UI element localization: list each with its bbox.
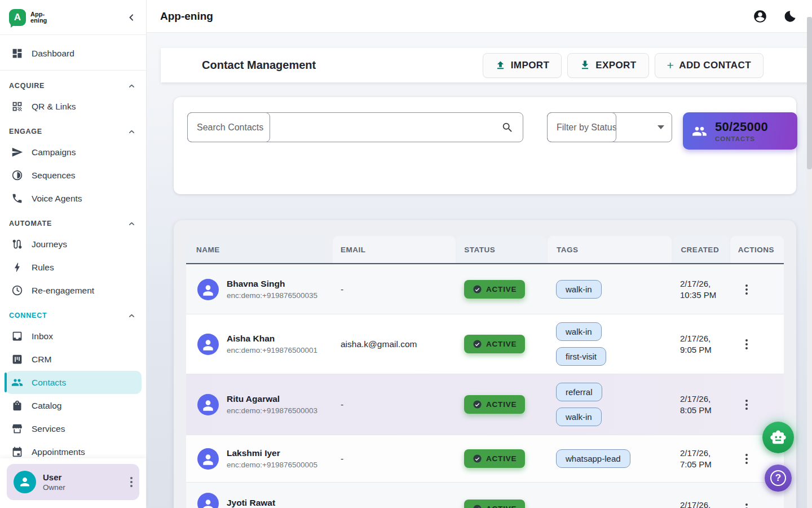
contact-name: Bhavna Singh	[227, 279, 317, 289]
column-header-status[interactable]: STATUS	[457, 236, 546, 263]
tag-chip[interactable]: walk-in	[556, 322, 602, 341]
contact-phone: enc:demo:+919876500001	[227, 346, 317, 354]
robot-icon	[770, 429, 787, 446]
contact-avatar	[197, 279, 219, 300]
column-header-tags[interactable]: TAGS	[548, 236, 672, 263]
person-icon	[201, 338, 215, 352]
row-actions-menu-button[interactable]	[745, 283, 748, 296]
table-row[interactable]: Bhavna Singh enc:demo:+919876500035 - AC…	[186, 264, 784, 314]
created-at: 2/17/26,8:05 PM	[672, 374, 729, 435]
chevron-left-icon	[126, 12, 137, 23]
contacts-count-meta: 50/25000 CONTACTS	[715, 120, 768, 142]
table-row[interactable]: Jyoti Rawat ACTIVE campaign-lead 2/17/26…	[186, 482, 784, 508]
sidebar-section-connect[interactable]: CONNECT	[0, 308, 146, 323]
status-filter-select[interactable]: Filter by Status	[547, 112, 672, 142]
sidebar: A App- ening Dashboard ACQUIRE QR & Link…	[0, 0, 147, 508]
question-mark-icon: ?	[770, 470, 786, 486]
status-badge[interactable]: ACTIVE	[464, 335, 525, 353]
sidebar-item-rules[interactable]: Rules	[0, 256, 146, 279]
check-circle-icon	[473, 454, 482, 463]
topbar: App-ening	[147, 0, 812, 33]
add-contact-button[interactable]: + ADD CONTACT	[655, 53, 764, 78]
status-badge[interactable]: ACTIVE	[464, 500, 525, 508]
sidebar-collapse-button[interactable]	[126, 12, 137, 23]
contact-phone: enc:demo:+919876500003	[227, 406, 317, 415]
sidebar-item-re-engagement[interactable]: Re-engagement	[0, 279, 146, 302]
sidebar-item-services[interactable]: Services	[0, 417, 146, 440]
account-circle-icon[interactable]	[753, 9, 767, 24]
table-row[interactable]: Lakshmi Iyer enc:demo:+919876500005 - AC…	[186, 435, 784, 482]
chevron-up-icon	[127, 220, 136, 228]
status-filter-label: Filter by Status	[548, 122, 617, 133]
sidebar-item-catalog[interactable]: Catalog	[0, 394, 146, 417]
chatbot-fab[interactable]	[762, 422, 794, 453]
contact-email	[333, 483, 457, 508]
column-header-actions[interactable]: ACTIONS	[730, 236, 784, 263]
contact-name: Ritu Agarwal	[227, 394, 317, 404]
user-role: Owner	[43, 483, 65, 492]
row-actions-menu-button[interactable]	[745, 452, 748, 466]
sidebar-section-automate[interactable]: AUTOMATE	[0, 216, 146, 231]
column-header-email[interactable]: EMAIL	[333, 236, 456, 263]
page-header: Contact Management IMPORT EXPORT + ADD C…	[161, 48, 812, 82]
status-badge[interactable]: ACTIVE	[464, 280, 525, 299]
sequence-icon	[11, 169, 23, 181]
tag-chip[interactable]: whatsapp-lead	[556, 449, 630, 468]
row-actions-menu-button[interactable]	[745, 398, 748, 411]
user-menu-button[interactable]	[130, 475, 133, 489]
user-meta: User Owner	[43, 472, 65, 492]
phone-icon	[11, 192, 23, 204]
table-row[interactable]: Aisha Khan enc:demo:+919876500001 aisha.…	[186, 314, 784, 374]
app-logo-text: App- ening	[30, 11, 47, 24]
contacts-table: NAME EMAIL STATUS TAGS CREATED ACTIONS B…	[186, 236, 784, 508]
sidebar-item-dashboard[interactable]: Dashboard	[0, 42, 146, 65]
contact-phone: enc:demo:+919876500005	[227, 461, 317, 469]
sidebar-item-crm[interactable]: CRM	[0, 348, 146, 371]
created-at: 2/17/26,10:35 PM	[672, 265, 729, 314]
person-icon	[201, 452, 215, 467]
tag-chip[interactable]: walk-in	[556, 408, 602, 426]
status-badge[interactable]: ACTIVE	[464, 395, 525, 414]
column-header-created[interactable]: CREATED	[673, 236, 729, 263]
user-card[interactable]: User Owner	[7, 464, 139, 500]
sidebar-section-acquire[interactable]: ACQUIRE	[0, 78, 146, 94]
dark-mode-moon-icon[interactable]	[783, 9, 797, 24]
column-header-name[interactable]: NAME	[186, 236, 332, 263]
scrollbar-thumb[interactable]	[807, 17, 812, 169]
search-icon[interactable]	[501, 121, 514, 134]
divider	[0, 70, 146, 71]
sidebar-item-sequences[interactable]: Sequences	[0, 164, 146, 187]
sidebar-item-label: Dashboard	[32, 49, 74, 59]
check-circle-icon	[473, 339, 482, 349]
chevron-up-icon	[127, 128, 136, 136]
main-content: Contact Management IMPORT EXPORT + ADD C…	[147, 33, 812, 508]
help-fab[interactable]: ?	[765, 465, 792, 492]
status-badge[interactable]: ACTIVE	[464, 449, 525, 468]
sidebar-header: A App- ening	[0, 0, 146, 35]
contact-avatar	[197, 394, 219, 415]
export-button[interactable]: EXPORT	[567, 53, 648, 78]
row-actions-menu-button[interactable]	[745, 338, 748, 351]
dashboard-icon	[11, 47, 23, 59]
scrollbar-track[interactable]	[807, 17, 812, 508]
row-actions-menu-button[interactable]	[745, 502, 748, 508]
people-icon	[692, 124, 707, 139]
sidebar-item-journeys[interactable]: Journeys	[0, 233, 146, 256]
table-row[interactable]: Ritu Agarwal enc:demo:+919876500003 - AC…	[186, 374, 784, 435]
check-circle-icon	[473, 400, 482, 409]
sidebar-item-voice-agents[interactable]: Voice Agents	[0, 187, 146, 210]
tag-chip[interactable]: first-visit	[556, 347, 606, 366]
sidebar-item-campaigns[interactable]: Campaigns	[0, 141, 146, 164]
import-button[interactable]: IMPORT	[483, 53, 562, 78]
search-input[interactable]: Search Contacts	[187, 112, 523, 142]
sidebar-item-qr-links[interactable]: QR & Links	[0, 95, 146, 118]
sidebar-item-inbox[interactable]: Inbox	[0, 325, 146, 348]
tag-chip[interactable]: walk-in	[556, 280, 602, 299]
sidebar-item-contacts[interactable]: Contacts	[0, 371, 146, 394]
tag-chip[interactable]: referral	[556, 383, 602, 401]
kanban-icon	[11, 353, 23, 365]
user-avatar	[14, 471, 36, 493]
sidebar-section-engage[interactable]: ENGAGE	[0, 124, 146, 139]
person-icon	[18, 475, 32, 489]
plus-icon: +	[667, 60, 674, 71]
